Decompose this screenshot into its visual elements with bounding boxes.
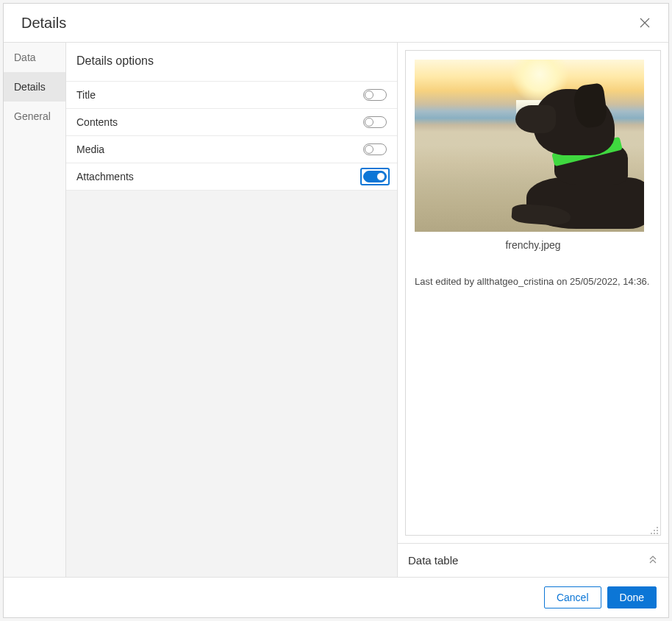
data-table-label: Data table — [408, 554, 458, 567]
sidebar-item-details[interactable]: Details — [4, 72, 65, 102]
sidebar: Data Details General — [4, 43, 66, 577]
options-fill — [66, 191, 397, 577]
toggle-attachments[interactable] — [363, 171, 387, 182]
sidebar-item-label: General — [14, 110, 51, 122]
data-table-toggle[interactable]: Data table — [398, 543, 668, 577]
option-label: Title — [76, 89, 96, 101]
options-list: Title Contents Media Attachments — [66, 81, 397, 191]
option-label: Attachments — [76, 171, 134, 182]
preview-scroll[interactable]: frenchy.jpeg Last edited by allthatgeo_c… — [415, 60, 651, 529]
preview-area: frenchy.jpeg Last edited by allthatgeo_c… — [405, 50, 661, 536]
toggle-knob — [365, 118, 373, 127]
option-row-contents: Contents — [66, 109, 397, 136]
sidebar-item-label: Details — [14, 81, 46, 93]
resize-handle[interactable] — [650, 525, 659, 533]
preview-panel: frenchy.jpeg Last edited by allthatgeo_c… — [398, 43, 668, 577]
toggle-knob — [365, 145, 373, 154]
svg-point-5 — [657, 533, 658, 534]
attachment-image — [415, 60, 644, 232]
option-label: Media — [76, 143, 104, 155]
svg-point-1 — [654, 530, 655, 531]
svg-point-4 — [654, 533, 655, 534]
modal-footer: Cancel Done — [4, 578, 668, 617]
resize-icon — [650, 526, 659, 535]
sidebar-item-label: Data — [14, 52, 36, 63]
option-row-media: Media — [66, 136, 397, 163]
toggle-media[interactable] — [363, 143, 387, 155]
sidebar-item-general[interactable]: General — [4, 102, 65, 131]
option-label: Contents — [76, 116, 118, 128]
last-edited-text: Last edited by allthatgeo_cristina on 25… — [415, 276, 651, 287]
toggle-contents[interactable] — [363, 116, 387, 128]
options-header: Details options — [66, 43, 397, 81]
option-row-attachments: Attachments — [66, 163, 397, 190]
chevron-up-double-icon — [648, 554, 658, 567]
attachment-filename: frenchy.jpeg — [415, 239, 651, 251]
toggle-knob — [376, 172, 385, 181]
modal-body: Data Details General Details options Tit… — [4, 43, 668, 578]
svg-point-0 — [657, 527, 658, 528]
details-modal: Details Data Details General Details opt… — [3, 3, 669, 618]
modal-header: Details — [4, 4, 668, 43]
close-button[interactable] — [636, 14, 654, 32]
option-row-title: Title — [66, 82, 397, 109]
svg-point-2 — [657, 530, 658, 531]
done-button[interactable]: Done — [607, 586, 657, 608]
sidebar-item-data[interactable]: Data — [4, 43, 65, 72]
options-panel: Details options Title Contents Media Att… — [66, 43, 398, 577]
toggle-knob — [365, 91, 373, 99]
dog-illustration — [515, 89, 644, 225]
cancel-button[interactable]: Cancel — [544, 586, 601, 608]
toggle-title[interactable] — [363, 89, 387, 101]
svg-point-3 — [651, 533, 652, 534]
close-icon — [640, 18, 650, 28]
modal-title: Details — [21, 15, 66, 32]
